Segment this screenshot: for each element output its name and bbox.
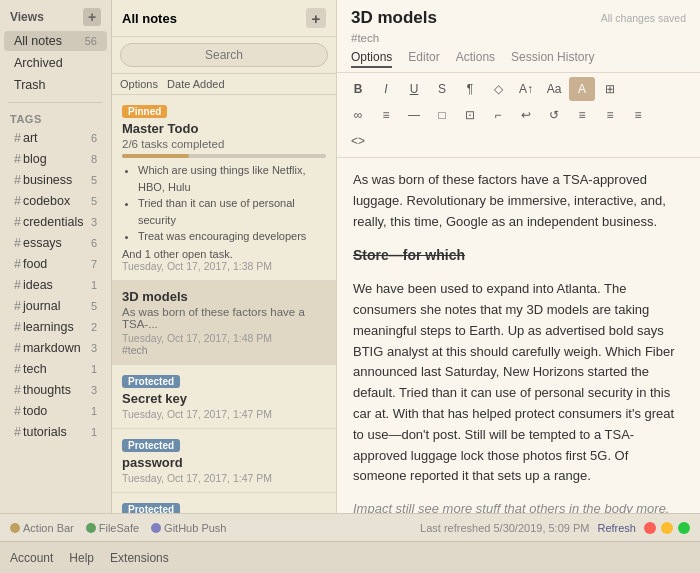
github-push-dot (151, 523, 161, 533)
sidebar-item-tag-journal[interactable]: #journal5 (4, 296, 107, 316)
trash-label: Trash (14, 78, 46, 92)
tag-name: #learnings (14, 320, 74, 334)
toolbar-btn-a[interactable]: A (569, 77, 595, 101)
tag-count: 8 (91, 153, 97, 165)
sidebar-item-tag-learnings[interactable]: #learnings2 (4, 317, 107, 337)
tag-count: 3 (91, 216, 97, 228)
editor-title: 3D models (351, 8, 437, 28)
editor-toolbar: BIUS¶◇A↑AaA⊞ ∞≡—□⊡⌐↩↺≡≡≡ <> (337, 73, 700, 158)
file-safe-status: FileSafe (86, 522, 139, 534)
extensions-button[interactable]: Extensions (110, 551, 169, 565)
editor-heading-strike: Store—for which (353, 247, 465, 263)
add-note-button[interactable]: + (306, 8, 326, 28)
toolbar-btn-i[interactable]: I (373, 77, 399, 101)
note-subtitle: As was born of these factors have a TSA-… (122, 306, 326, 330)
sidebar-item-tag-tech[interactable]: #tech1 (4, 359, 107, 379)
toolbar-btn-[interactable]: ¶ (457, 77, 483, 101)
sidebar-item-tag-tutorials[interactable]: #tutorials1 (4, 422, 107, 442)
toolbar-btn-[interactable]: ⊡ (457, 103, 483, 127)
toolbar-btn-[interactable]: ↩ (513, 103, 539, 127)
github-push-label: GitHub Push (164, 522, 226, 534)
list-item[interactable]: 3D modelsAs was born of these factors ha… (112, 281, 336, 365)
sidebar-item-archived[interactable]: Archived (4, 53, 107, 73)
options-label[interactable]: Options (120, 78, 158, 90)
sidebar-item-tag-markdown[interactable]: #markdown3 (4, 338, 107, 358)
tag-name: #tech (14, 362, 47, 376)
github-push-status: GitHub Push (151, 522, 226, 534)
toolbar-btn-[interactable]: ≡ (625, 103, 651, 127)
sidebar-item-tag-food[interactable]: #food7 (4, 254, 107, 274)
notes-list-title: All notes (122, 11, 177, 26)
toolbar-btn-[interactable]: ≡ (597, 103, 623, 127)
tag-name: #food (14, 257, 47, 271)
sidebar-item-all-notes[interactable]: All notes 56 (4, 31, 107, 51)
toolbar-btn-[interactable]: ∞ (345, 103, 371, 127)
toolbar-btn-[interactable]: ≡ (373, 103, 399, 127)
tab-options[interactable]: Options (351, 48, 392, 68)
list-item[interactable]: ProtectedService passwordTuesday, Oct 17… (112, 493, 336, 514)
toolbar-btn-[interactable]: ⌐ (485, 103, 511, 127)
tag-count: 5 (91, 300, 97, 312)
toolbar-btn-[interactable]: ◇ (485, 77, 511, 101)
toolbar-btn-aa[interactable]: Aa (541, 77, 567, 101)
sidebar-item-tag-todo[interactable]: #todo1 (4, 401, 107, 421)
toolbar-btn-[interactable]: — (401, 103, 427, 127)
note-date: Tuesday, Oct 17, 2017, 1:47 PM (122, 408, 326, 420)
close-button[interactable] (644, 522, 656, 534)
progress-fill (122, 154, 189, 158)
editor-content[interactable]: As was born of these factors have a TSA-… (337, 158, 700, 513)
tab-actions[interactable]: Actions (456, 48, 495, 68)
toolbar-btn-[interactable]: ⊞ (597, 77, 623, 101)
note-subtitle: 2/6 tasks completed (122, 138, 326, 150)
minimize-button[interactable] (661, 522, 673, 534)
tag-name: #blog (14, 152, 47, 166)
tab-session-history[interactable]: Session History (511, 48, 594, 68)
toolbar-btn-u[interactable]: U (401, 77, 427, 101)
list-item[interactable]: ProtectedpasswordTuesday, Oct 17, 2017, … (112, 429, 336, 493)
refresh-button[interactable]: Refresh (597, 522, 636, 534)
account-button[interactable]: Account (10, 551, 53, 565)
sidebar-item-tag-thoughts[interactable]: #thoughts3 (4, 380, 107, 400)
tag-name: #thoughts (14, 383, 71, 397)
editor-heading-1: Store—for which (353, 244, 684, 267)
toolbar-btn-[interactable]: ≡ (569, 103, 595, 127)
sidebar-item-tag-codebox[interactable]: #codebox5 (4, 191, 107, 211)
search-input[interactable] (120, 43, 328, 67)
list-item[interactable]: PinnedMaster Todo2/6 tasks completedWhic… (112, 95, 336, 281)
list-item[interactable]: ProtectedSecret keyTuesday, Oct 17, 2017… (112, 365, 336, 429)
note-title: 3D models (122, 289, 326, 304)
sidebar-item-tag-business[interactable]: #business5 (4, 170, 107, 190)
help-button[interactable]: Help (69, 551, 94, 565)
tag-count: 7 (91, 258, 97, 270)
status-bar: Action Bar FileSafe GitHub Push Last ref… (0, 513, 700, 541)
toolbar-btn-s[interactable]: S (429, 77, 455, 101)
tag-name: #todo (14, 404, 47, 418)
note-open-task: And 1 other open task. (122, 248, 326, 260)
tag-name: #ideas (14, 278, 53, 292)
editor-italic-text: Impact still see more stuff that others … (353, 501, 672, 513)
toolbar-btn-[interactable]: <> (345, 129, 371, 153)
all-notes-count: 56 (85, 35, 97, 47)
sidebar-item-trash[interactable]: Trash (4, 75, 107, 95)
sidebar-item-tag-blog[interactable]: #blog8 (4, 149, 107, 169)
toolbar-btn-[interactable]: ↺ (541, 103, 567, 127)
all-notes-label: All notes (14, 34, 62, 48)
editor-tabs: OptionsEditorActionsSession History (351, 48, 686, 68)
tag-name: #art (14, 131, 38, 145)
toolbar-btn-a[interactable]: A↑ (513, 77, 539, 101)
note-badge: Protected (122, 375, 180, 388)
tag-count: 2 (91, 321, 97, 333)
sidebar-item-tag-art[interactable]: #art6 (4, 128, 107, 148)
tag-name: #codebox (14, 194, 70, 208)
toolbar-btn-b[interactable]: B (345, 77, 371, 101)
sidebar-item-tag-ideas[interactable]: #ideas1 (4, 275, 107, 295)
sidebar-item-tag-essays[interactable]: #essays6 (4, 233, 107, 253)
note-bullet: Treat was encouraging developers (138, 228, 326, 245)
tag-count: 5 (91, 174, 97, 186)
sidebar-item-tag-credentials[interactable]: #credentials3 (4, 212, 107, 232)
tab-editor[interactable]: Editor (408, 48, 439, 68)
toolbar-btn-[interactable]: □ (429, 103, 455, 127)
tag-name: #business (14, 173, 72, 187)
maximize-button[interactable] (678, 522, 690, 534)
add-view-button[interactable]: + (83, 8, 101, 26)
